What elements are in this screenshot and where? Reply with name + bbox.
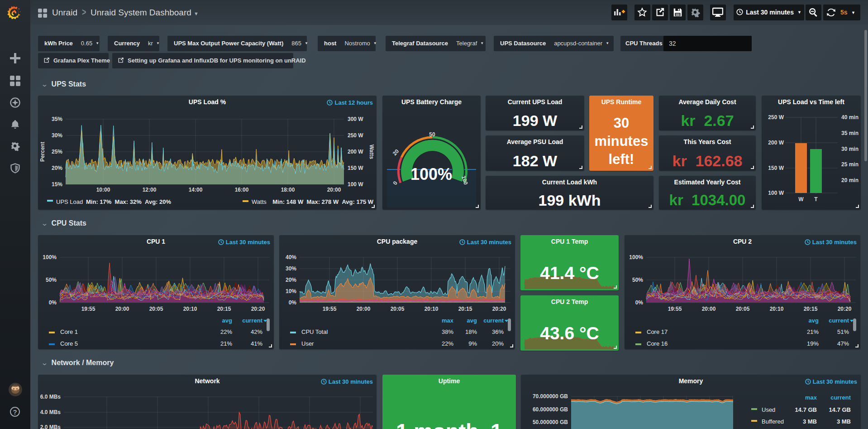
- svg-text:current: current: [483, 317, 504, 324]
- svg-text:avg: avg: [222, 317, 232, 324]
- svg-text:35%: 35%: [52, 116, 62, 122]
- svg-text:avg: avg: [467, 317, 477, 324]
- svg-text:20:10: 20:10: [770, 306, 784, 312]
- svg-text:max: max: [805, 394, 817, 401]
- svg-text:20:20: 20:20: [838, 306, 852, 312]
- svg-text:51%: 51%: [837, 328, 849, 335]
- svg-text:9%: 9%: [468, 340, 477, 347]
- svg-text:20:20: 20:20: [492, 306, 506, 312]
- svg-text:30%: 30%: [286, 265, 296, 272]
- svg-text:300 W: 300 W: [348, 116, 363, 122]
- svg-text:70.000000 GB: 70.000000 GB: [533, 393, 568, 400]
- svg-text:18:00: 18:00: [281, 187, 295, 193]
- svg-text:CPU Total: CPU Total: [301, 328, 328, 335]
- svg-text:W: W: [798, 196, 804, 202]
- svg-text:250 W: 250 W: [768, 114, 784, 121]
- svg-text:20:15: 20:15: [804, 306, 818, 312]
- svg-text:3 MB: 3 MB: [803, 418, 817, 425]
- svg-text:20:05: 20:05: [391, 306, 405, 312]
- svg-text:20:10: 20:10: [424, 306, 439, 312]
- svg-text:current: current: [829, 317, 849, 324]
- svg-text:20: 20: [391, 148, 401, 157]
- svg-text:16:00: 16:00: [235, 187, 249, 193]
- svg-text:Buffered: Buffered: [762, 418, 784, 425]
- svg-text:38%: 38%: [442, 328, 453, 335]
- svg-text:avg: avg: [809, 317, 819, 324]
- svg-text:20%: 20%: [492, 340, 504, 347]
- svg-text:21%: 21%: [220, 340, 232, 347]
- svg-text:Watts: Watts: [368, 145, 375, 159]
- svg-text:Min: 17% Max: 32% Avg: 20%: Min: 17% Max: 32% Avg: 20%: [86, 198, 172, 205]
- svg-text:250 W: 250 W: [348, 132, 363, 139]
- svg-text:50.000000 GB: 50.000000 GB: [533, 419, 568, 425]
- svg-text:20 min: 20 min: [841, 177, 858, 183]
- svg-text:20:00: 20:00: [327, 187, 341, 193]
- svg-text:0%: 0%: [49, 299, 57, 306]
- svg-text:20%: 20%: [52, 165, 62, 171]
- svg-text:20:00: 20:00: [357, 306, 371, 312]
- svg-text:20:10: 20:10: [183, 306, 197, 312]
- svg-text:UPS Load: UPS Load: [56, 198, 83, 205]
- svg-text:T: T: [814, 196, 818, 202]
- svg-text:50%: 50%: [46, 277, 57, 283]
- svg-text:14.7 GB: 14.7 GB: [829, 406, 851, 413]
- svg-text:Core 5: Core 5: [60, 340, 78, 347]
- svg-text:36%: 36%: [492, 328, 504, 335]
- svg-text:150 W: 150 W: [768, 165, 784, 171]
- svg-text:max: max: [442, 317, 454, 324]
- svg-text:Used: Used: [762, 406, 775, 413]
- svg-text:0%: 0%: [289, 299, 297, 306]
- svg-text:40 min: 40 min: [841, 114, 858, 121]
- svg-text:100%: 100%: [410, 165, 452, 183]
- svg-text:21%: 21%: [807, 328, 819, 335]
- svg-text:20:20: 20:20: [251, 306, 265, 312]
- svg-text:Core 16: Core 16: [647, 340, 668, 347]
- svg-text:100 W: 100 W: [348, 181, 363, 188]
- svg-text:14.7 GB: 14.7 GB: [795, 406, 817, 413]
- svg-text:50%: 50%: [632, 277, 643, 283]
- svg-text:20:00: 20:00: [702, 306, 716, 312]
- svg-text:current: current: [830, 394, 851, 401]
- svg-text:10%: 10%: [286, 288, 296, 294]
- svg-text:20%: 20%: [286, 277, 296, 283]
- svg-text:20:15: 20:15: [458, 306, 472, 312]
- svg-text:30 min: 30 min: [841, 146, 858, 152]
- svg-text:100 W: 100 W: [768, 190, 784, 196]
- svg-text:150 W: 150 W: [348, 165, 363, 171]
- svg-text:22%: 22%: [442, 340, 453, 347]
- svg-text:20:15: 20:15: [217, 306, 231, 312]
- svg-text:User: User: [301, 340, 314, 347]
- svg-text:current: current: [242, 317, 262, 324]
- svg-text:19:55: 19:55: [668, 306, 682, 312]
- svg-text:42%: 42%: [251, 328, 262, 335]
- svg-text:20:05: 20:05: [736, 306, 750, 312]
- svg-text:Percent: Percent: [39, 142, 46, 162]
- svg-text:25%: 25%: [52, 149, 62, 155]
- svg-text:30%: 30%: [52, 132, 62, 139]
- svg-text:14:00: 14:00: [189, 187, 203, 193]
- svg-text:47%: 47%: [837, 340, 849, 347]
- svg-text:25 min: 25 min: [841, 161, 858, 168]
- svg-text:200 W: 200 W: [768, 140, 784, 146]
- svg-text:19:55: 19:55: [323, 306, 337, 312]
- svg-text:50: 50: [429, 131, 435, 138]
- svg-text:12:00: 12:00: [143, 187, 157, 193]
- svg-text:41%: 41%: [251, 340, 262, 347]
- svg-text:200 W: 200 W: [348, 149, 363, 155]
- svg-text:19%: 19%: [807, 340, 819, 347]
- svg-text:Watts: Watts: [252, 198, 267, 205]
- svg-text:4.0 MBs: 4.0 MBs: [40, 409, 61, 415]
- svg-text:10:00: 10:00: [96, 187, 110, 193]
- svg-text:15%: 15%: [52, 181, 62, 188]
- svg-text:100%: 100%: [43, 254, 57, 260]
- svg-text:40%: 40%: [286, 254, 296, 260]
- svg-text:60.000000 GB: 60.000000 GB: [533, 406, 568, 413]
- svg-text:20:05: 20:05: [149, 306, 163, 312]
- svg-text:100%: 100%: [629, 254, 643, 260]
- svg-text:20:00: 20:00: [115, 306, 129, 312]
- svg-text:3 MB: 3 MB: [837, 418, 851, 425]
- svg-text:2.0 MBs: 2.0 MBs: [40, 424, 61, 429]
- svg-text:Core 17: Core 17: [647, 328, 668, 335]
- svg-text:6.0 MBs: 6.0 MBs: [40, 394, 61, 400]
- svg-text:22%: 22%: [220, 328, 232, 335]
